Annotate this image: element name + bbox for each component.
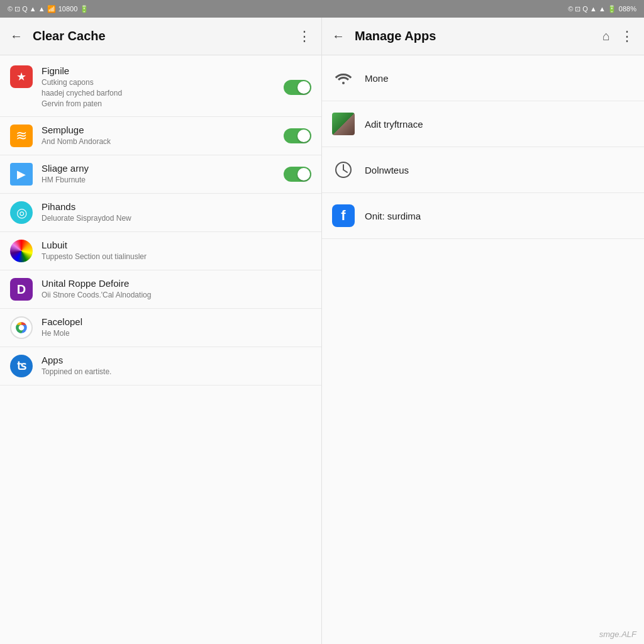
app-name: Sempluge [42,125,311,135]
app-name: Pihands [42,201,311,212]
watermark: smge.ALF [599,630,636,639]
status-bar: © ⊡ Q ▲ ▲ 📶 10800 🔋 © ⊡ Q ▲ ▲ 🔋 088% [0,0,644,18]
app-name: Fignile [42,65,311,76]
svg-line-5 [343,170,347,172]
list-item[interactable]: D Unital Roppe Defoire Oii Stnore Coods.… [0,270,321,309]
app-desc: Deluorate Sispraydod New [42,213,311,224]
list-item[interactable]: Dolnwteus [322,147,644,193]
status-bar-left: © ⊡ Q ▲ ▲ 📶 10800 🔋 [8,5,89,13]
more-options-button[interactable]: ⋮ [297,28,311,45]
clear-cache-header: ← Clear Cache ⋮ [0,18,321,55]
manage-item-name: Onit: surdima [365,211,421,221]
manage-apps-title: Manage Apps [355,29,592,43]
toggle-container[interactable] [284,128,311,143]
status-icons-right: © ⊡ Q ▲ ▲ 🔋 [568,5,616,13]
app-info-apps: Apps Toppined on eartiste. [42,355,311,377]
manage-apps-header: ← Manage Apps ⌂ ⋮ [322,18,644,55]
list-item[interactable]: ◎ Pihands Deluorate Sispraydod New [0,194,321,232]
manage-item-name: Mone [365,73,389,84]
app-info-unital: Unital Roppe Defoire Oii Stnore Coods.'C… [42,278,311,301]
list-item[interactable]: ▶ Sliage arny HM Fburnute [0,155,321,194]
manage-apps-back-button[interactable]: ← [332,29,345,43]
list-item[interactable]: Adit tryftrnace [322,101,644,147]
manage-apps-panel: ← Manage Apps ⌂ ⋮ Mone [322,18,644,644]
minecraft-icon [332,113,355,135]
manage-icon-dolnwteus [332,158,355,181]
chrome-svg [13,318,30,338]
status-icons-left: © ⊡ Q ▲ ▲ 📶 [8,5,56,13]
app-desc: Cutking caponshaadej cnyched barfondGerv… [42,77,311,109]
app-desc: And Nomb Andorack [42,136,311,147]
list-item[interactable]: ★ Fignile Cutking caponshaadej cnyched b… [0,58,321,117]
app-info-facelopel: Facelopel He Mole [42,316,311,339]
list-item[interactable]: Mone [322,55,644,101]
app-icon-sempluge: ≋ [10,125,33,147]
app-desc: HM Fburnute [42,175,311,186]
app-name: Facelopel [42,316,311,327]
app-name: Sliage arny [42,163,311,174]
app-list: ★ Fignile Cutking caponshaadej cnyched b… [0,55,321,644]
app-info-fignile: Fignile Cutking caponshaadej cnyched bar… [42,65,311,109]
list-item[interactable]: ʦ Apps Toppined on eartiste. [0,347,321,386]
manage-icon-onit: f [332,204,355,227]
app-name: Lubuit [42,240,311,250]
list-item[interactable]: f Onit: surdima [322,193,644,239]
app-info-sliage: Sliage arny HM Fburnute [42,163,311,186]
app-desc: Oii Stnore Coods.'Cal Alnodatiog [42,290,311,301]
wifi-icon [335,69,352,87]
toggle-container[interactable] [284,80,311,95]
app-icon-fignile: ★ [10,65,33,88]
status-battery-right: 088% [619,5,636,13]
list-item[interactable]: ≋ Sempluge And Nomb Andorack [0,117,321,155]
app-desc: He Mole [42,328,311,339]
facebook-icon: f [332,204,355,227]
toggle-container[interactable] [284,167,311,182]
app-info-lubuit: Lubuit Tuppesto Section out tialinusler [42,240,311,262]
back-button[interactable]: ← [10,29,23,43]
toggle-switch[interactable] [284,128,311,143]
app-icon-unital: D [10,278,33,301]
app-icon-sliage: ▶ [10,163,33,186]
manage-item-name: Adit tryftrnace [365,119,423,130]
manage-item-name: Dolnwteus [365,165,409,175]
app-icon-apps: ʦ [10,355,33,377]
status-time: 10800 [58,5,78,13]
list-item[interactable]: Facelopel He Mole [0,309,321,347]
manage-apps-list: Mone Adit tryftrnace Dolnwteus [322,55,644,644]
list-item[interactable]: Lubuit Tuppesto Section out tialinusler [0,232,321,270]
home-button[interactable]: ⌂ [602,29,610,43]
app-name: Apps [42,355,311,365]
main-panels: ← Clear Cache ⋮ ★ Fignile Cutking capons… [0,18,644,644]
app-info-sempluge: Sempluge And Nomb Andorack [42,125,311,147]
manage-icon-adit [332,113,355,135]
clear-cache-panel: ← Clear Cache ⋮ ★ Fignile Cutking capons… [0,18,322,644]
status-bar-right: © ⊡ Q ▲ ▲ 🔋 088% [568,5,636,13]
app-icon-facelopel [10,316,33,339]
app-icon-lubuit [10,240,33,262]
clear-cache-title: Clear Cache [33,29,287,43]
manage-apps-more-button[interactable]: ⋮ [620,28,634,45]
status-battery-left: 🔋 [80,5,89,13]
app-info-pihands: Pihands Deluorate Sispraydod New [42,201,311,224]
app-name: Unital Roppe Defoire [42,278,311,289]
app-icon-pihands: ◎ [10,201,33,224]
toggle-switch[interactable] [284,80,311,95]
app-desc: Toppined on eartiste. [42,367,311,377]
manage-icon-mone [332,67,355,89]
app-desc: Tuppesto Section out tialinusler [42,252,311,262]
toggle-switch[interactable] [284,167,311,182]
clock-icon [335,161,352,179]
svg-point-2 [19,325,25,331]
